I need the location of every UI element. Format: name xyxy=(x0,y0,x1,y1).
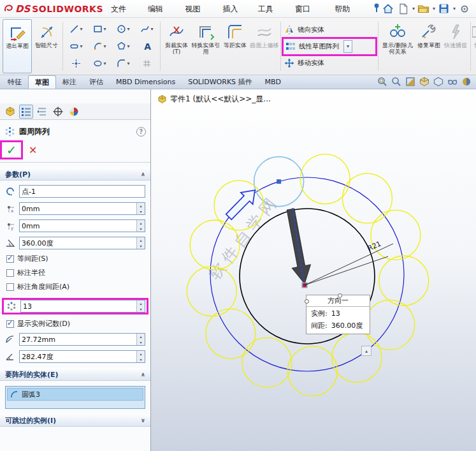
center-y-icon[interactable]: y xyxy=(4,220,17,232)
equal-spacing-checkbox[interactable]: 等间距(S) xyxy=(6,254,144,263)
total-angle-input[interactable] xyxy=(20,237,136,249)
show-instance-count-checkbox[interactable]: 显示实例记数(D) xyxy=(6,319,144,329)
instance-count-input[interactable] xyxy=(21,300,136,312)
spin-down-icon[interactable]: ▾ xyxy=(137,306,145,312)
checkbox-icon[interactable] xyxy=(6,283,14,291)
arc-angle-input[interactable] xyxy=(20,351,136,362)
callout-spinner-up[interactable]: ▴ xyxy=(361,346,371,356)
sketch-grid-button[interactable] xyxy=(135,55,159,72)
mirror-entities-button[interactable]: 镜向实体 xyxy=(282,22,377,38)
instance-count-spinner[interactable]: ▴▾ xyxy=(136,300,145,312)
view-orientation-icon[interactable] xyxy=(419,76,430,87)
zoom-area-icon[interactable] xyxy=(391,76,402,87)
sketch-rectangle-button[interactable]: ▾ xyxy=(88,20,112,38)
section-view-icon[interactable] xyxy=(405,76,416,87)
property-manager-tab[interactable] xyxy=(19,105,33,119)
collapse-chevron-icon[interactable]: ∧ xyxy=(141,171,145,177)
list-item-arc3[interactable]: 圆弧3 xyxy=(7,388,143,401)
radius-spinner[interactable]: ▴▾ xyxy=(136,334,145,345)
sketch-line-button[interactable]: ▾ xyxy=(64,20,88,38)
center-y-spinner[interactable]: ▴▾ xyxy=(136,220,145,232)
open-caret-icon[interactable]: ▾ xyxy=(433,6,435,11)
configuration-manager-tab[interactable] xyxy=(35,105,49,119)
direction-callout[interactable]: 方向一 实例: 13 间距: 360.00度 xyxy=(306,295,370,334)
arc-angle-icon[interactable] xyxy=(4,351,17,362)
total-angle-spinner[interactable]: ▴▾ xyxy=(136,237,145,249)
sketch-circle-button[interactable]: ▾ xyxy=(112,20,135,38)
arc-caret-icon[interactable]: ▾ xyxy=(103,43,106,49)
dimension-angular-checkbox[interactable]: 标注角度间距(A) xyxy=(6,282,144,292)
menu-view[interactable]: 视图(V) xyxy=(178,0,215,18)
tab-annotation[interactable]: 标注 xyxy=(56,75,83,89)
feature-manager-tab[interactable] xyxy=(3,105,17,119)
checkbox-icon[interactable] xyxy=(6,255,14,263)
new-document-caret-icon[interactable]: ▾ xyxy=(412,6,415,11)
radius-icon[interactable] xyxy=(4,334,17,345)
center-point-input[interactable] xyxy=(20,186,145,197)
spin-up-icon[interactable]: ▴ xyxy=(137,351,145,357)
rectangle-caret-icon[interactable]: ▾ xyxy=(103,26,106,32)
checkbox-icon[interactable] xyxy=(6,320,14,328)
sketch-arc-button[interactable]: ▾ xyxy=(88,38,112,55)
center-x-icon[interactable]: x xyxy=(4,203,17,214)
linear-sketch-pattern-button[interactable]: 线性草图阵列 ▾ xyxy=(284,39,375,54)
trim-entities-button[interactable]: 剪裁实体(T) xyxy=(162,19,191,73)
open-folder-icon[interactable] xyxy=(417,3,430,15)
circle-caret-icon[interactable]: ▾ xyxy=(127,26,129,32)
spline-caret-icon[interactable]: ▾ xyxy=(150,26,153,32)
zoom-to-fit-icon[interactable] xyxy=(377,76,388,87)
display-style-icon[interactable] xyxy=(433,76,444,87)
cancel-button[interactable]: ✕ xyxy=(29,144,37,156)
sketch-spline-button[interactable]: ▾ xyxy=(135,20,159,38)
offset-on-surface-button[interactable]: 曲面上偏移 xyxy=(250,19,279,73)
spin-down-icon[interactable]: ▾ xyxy=(137,243,145,249)
menu-tools[interactable]: 工具(T) xyxy=(250,0,287,18)
checkbox-icon[interactable] xyxy=(6,269,14,277)
slot-caret-icon[interactable]: ▾ xyxy=(80,43,82,49)
polygon-caret-icon[interactable]: ▾ xyxy=(127,43,129,49)
menu-insert[interactable]: 插入(I) xyxy=(215,0,250,18)
center-x-spinner[interactable]: ▴▾ xyxy=(136,203,145,214)
sketch-ellipse-button[interactable]: ▾ xyxy=(88,55,112,72)
tab-mbd[interactable]: MBD xyxy=(259,75,288,89)
home-icon[interactable] xyxy=(382,3,394,15)
expand-chevron-icon[interactable]: ∨ xyxy=(141,417,145,424)
radius-dimension-text[interactable]: R21 xyxy=(366,239,382,253)
quick-snaps-button[interactable]: 快速捕捉 xyxy=(442,19,469,73)
ok-button[interactable]: ✓ xyxy=(2,142,21,158)
spin-down-icon[interactable]: ▾ xyxy=(137,209,145,214)
display-manager-tab[interactable] xyxy=(67,105,81,119)
move-entities-button[interactable]: 移动实体 xyxy=(282,55,377,71)
sketch-canvas[interactable]: 软件自学网 R21 xyxy=(151,89,476,451)
save-caret-icon[interactable]: ▾ xyxy=(453,6,456,11)
menu-edit[interactable]: 编辑(E) xyxy=(140,0,178,18)
section-parameters[interactable]: 参数(P) ∧ xyxy=(0,168,150,181)
menu-window[interactable]: 窗口(W) xyxy=(287,0,327,18)
seed-point-handle[interactable] xyxy=(277,179,281,184)
help-icon[interactable]: ? xyxy=(136,127,146,137)
center-x-input[interactable] xyxy=(20,203,136,214)
line-caret-icon[interactable]: ▾ xyxy=(80,26,82,32)
reverse-direction-icon[interactable] xyxy=(4,186,17,197)
exit-sketch-button[interactable]: 退出草图 xyxy=(3,19,32,73)
appearance-icon[interactable] xyxy=(461,76,472,87)
tab-features[interactable]: 特征 xyxy=(1,75,28,89)
graphics-area[interactable]: 零件1 (默认<<默认>>_显... 软件自学网 R21 xyxy=(151,89,476,451)
dimxpert-manager-tab[interactable] xyxy=(51,105,65,119)
pin-menu-icon[interactable] xyxy=(371,3,382,15)
callout-spacing-value[interactable]: 360.00度 xyxy=(331,321,363,330)
spin-up-icon[interactable]: ▴ xyxy=(137,220,145,226)
section-entities[interactable]: 要阵列的实体(E) ∧ xyxy=(0,368,150,381)
fillet-caret-icon[interactable]: ▾ xyxy=(127,61,129,66)
sketch-text-button[interactable]: A xyxy=(135,38,159,55)
tab-mbd-dimensions[interactable]: MBD Dimensions xyxy=(110,75,182,89)
clipped-ribbon-button[interactable]: 快 xyxy=(472,19,476,73)
center-y-input[interactable] xyxy=(20,220,136,232)
tab-solidworks-addins[interactable]: SOLIDWORKS 插件 xyxy=(182,75,258,89)
tab-evaluate[interactable]: 评估 xyxy=(83,75,110,89)
convert-entities-button[interactable]: 转换实体引用 xyxy=(191,19,220,73)
entities-selection-list[interactable]: 圆弧3 xyxy=(5,386,145,409)
radius-input[interactable] xyxy=(20,334,136,345)
spin-up-icon[interactable]: ▴ xyxy=(137,300,145,306)
collapse-chevron-icon[interactable]: ∧ xyxy=(141,371,145,378)
